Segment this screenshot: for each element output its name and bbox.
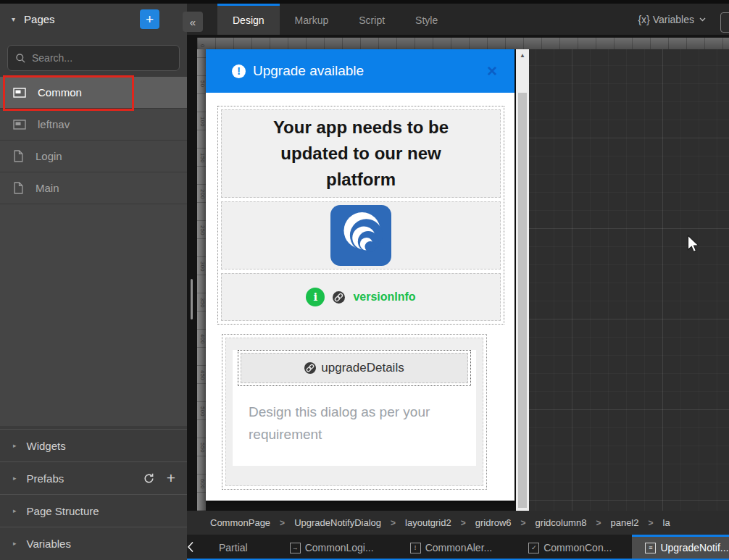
section-label: Prefabs <box>27 472 64 485</box>
upgrade-badge-icon: ! <box>232 64 246 78</box>
sidebar-section-variables[interactable]: ▸ Variables <box>0 527 187 559</box>
horizontal-ruler <box>197 38 729 49</box>
panel-inner: upgradeDetails Design this dialog as per… <box>225 338 483 486</box>
canvas-content: ! Upgrade available × Your app needs to … <box>206 49 729 511</box>
sidebar-section-page-structure[interactable]: ▸ Page Structure <box>0 494 187 527</box>
open-files-tabbar: Partial → CommonLogi... ! CommonAler... … <box>187 535 729 560</box>
panel-widget[interactable]: upgradeDetails Design this dialog as per… <box>222 334 487 490</box>
bottom-tab-commonalert[interactable]: ! CommonAler... <box>397 535 506 559</box>
breadcrumb-separator: > <box>391 518 396 528</box>
page-item-main[interactable]: Main <box>0 172 187 204</box>
tab-label: Markup <box>295 14 329 26</box>
sidebar-section-prefabs[interactable]: ▸ Prefabs + <box>0 461 187 494</box>
dialog-header[interactable]: ! Upgrade available × <box>206 49 515 93</box>
close-icon[interactable]: × <box>487 64 497 78</box>
sidebar-scrollbar-thumb[interactable] <box>191 279 193 319</box>
canvas-scrollbar-thumb[interactable] <box>518 93 527 508</box>
button-selection-outline: upgradeDetails <box>238 350 471 386</box>
page-item-leftnav[interactable]: leftnav <box>0 109 187 141</box>
tab-label: Style <box>415 14 438 26</box>
upgrade-details-button[interactable]: upgradeDetails <box>241 353 468 383</box>
sidebar-bottom-sections: ▸ Widgets ▸ Prefabs + ▸ Page Structure ▸… <box>0 429 187 559</box>
pages-panel-header[interactable]: ▾ Pages + <box>0 4 187 35</box>
tab-style[interactable]: Style <box>400 4 453 35</box>
scroll-up-icon[interactable]: ▲ <box>516 49 529 59</box>
bottom-tab-upgradenotify[interactable]: ≡ UpgradeNotif... <box>632 535 729 559</box>
breadcrumb-separator: > <box>461 518 466 528</box>
section-label: Widgets <box>27 440 66 452</box>
section-label: Page Structure <box>27 505 99 517</box>
breadcrumb-separator: > <box>596 518 601 528</box>
tab-design[interactable]: Design <box>217 4 280 35</box>
pages-list: Common leftnav Login <box>0 77 187 426</box>
version-info-widget[interactable]: i versionInfo <box>221 273 501 321</box>
breadcrumb-item[interactable]: la <box>663 517 670 528</box>
expand-caret-icon: ▸ <box>13 442 17 449</box>
bottom-tab-commonlogin[interactable]: → CommonLogi... <box>277 535 387 559</box>
heading-label-widget[interactable]: Your app needs to be updated to our new … <box>221 109 501 198</box>
login-dialog-icon: → <box>290 543 301 553</box>
page-icon <box>13 182 24 194</box>
layout-grid-widget[interactable]: Your app needs to be updated to our new … <box>217 106 504 325</box>
tab-markup[interactable]: Markup <box>280 4 344 35</box>
page-item-label: Login <box>36 150 62 162</box>
dialog-body: Your app needs to be updated to our new … <box>206 93 515 490</box>
bind-link-icon <box>304 362 316 374</box>
variables-dropdown-label: {x} Variables <box>638 14 694 25</box>
upgrade-notify-dialog[interactable]: ! Upgrade available × Your app needs to … <box>206 49 515 501</box>
alert-dialog-icon: ! <box>410 543 421 553</box>
pages-search-input[interactable] <box>32 52 162 64</box>
bottom-tab-commonconfirm[interactable]: ✓ CommonCon... <box>515 535 625 559</box>
section-label: Variables <box>27 538 71 550</box>
tabs-scroll-left-button[interactable] <box>187 535 194 559</box>
page-item-common[interactable]: Common <box>0 77 187 109</box>
bottom-tab-label: CommonAler... <box>425 542 493 553</box>
bottom-tab-label: CommonLogi... <box>305 542 374 553</box>
page-item-label: leftnav <box>38 118 70 130</box>
bottom-tab-partial[interactable]: Partial <box>200 535 267 559</box>
breadcrumb-item[interactable]: gridcolumn8 <box>536 517 587 528</box>
breadcrumb-item[interactable]: layoutgrid2 <box>405 517 451 528</box>
expand-caret-icon: ▸ <box>13 540 17 547</box>
sidebar-section-widgets[interactable]: ▸ Widgets <box>0 429 187 461</box>
breadcrumb-item[interactable]: UpgradeNotifyDialog <box>294 517 381 528</box>
variables-dropdown[interactable]: {x} Variables <box>638 4 706 35</box>
breadcrumb-item[interactable]: gridrow6 <box>475 517 512 528</box>
canvas-scrollbar[interactable]: ▲ <box>516 49 529 511</box>
editor-topbar: Design Markup Script Style {x} Variables <box>187 4 729 35</box>
breadcrumb-separator: > <box>521 518 526 528</box>
page-item-label: Main <box>36 182 59 194</box>
page-item-login[interactable]: Login <box>0 141 187 172</box>
breadcrumb-item[interactable]: CommonPage <box>210 517 270 528</box>
pages-search-box[interactable] <box>7 45 180 71</box>
design-dialog-icon: ≡ <box>645 543 656 553</box>
vertical-ruler: 050100150200250300350400450500550600 <box>197 49 206 511</box>
tab-label: Design <box>233 14 264 26</box>
breadcrumb-separator: > <box>648 518 653 528</box>
confirm-dialog-icon: ✓ <box>528 543 539 553</box>
design-canvas: 050100150200250300350400450500550600 ! U… <box>187 35 729 511</box>
bottom-tab-label: UpgradeNotif... <box>660 542 728 553</box>
dialog-placeholder-text: Design this dialog as per your requireme… <box>233 386 450 466</box>
panel-card: upgradeDetails Design this dialog as per… <box>233 350 476 466</box>
edge-partial-button[interactable] <box>720 12 729 33</box>
wavemaker-studio-window: ▾ Pages + Common <box>0 0 729 560</box>
bottom-tab-label: Partial <box>219 542 248 553</box>
bind-link-icon <box>333 291 345 304</box>
tab-script[interactable]: Script <box>343 4 400 35</box>
collapse-caret-icon: ▾ <box>12 15 15 23</box>
breadcrumb-item[interactable]: panel2 <box>610 517 638 528</box>
bottom-tab-label: CommonCon... <box>543 542 612 553</box>
add-prefab-icon[interactable]: + <box>167 469 175 487</box>
dialog-heading-text: Your app needs to be updated to our new … <box>245 114 477 193</box>
pages-panel-title: Pages <box>24 13 140 25</box>
pages-sidebar: ▾ Pages + Common <box>0 4 187 560</box>
expand-caret-icon: ▸ <box>13 475 17 482</box>
app-logo-widget[interactable] <box>221 201 501 269</box>
widget-breadcrumb: CommonPage > UpgradeNotifyDialog > layou… <box>187 511 729 535</box>
expand-caret-icon: ▸ <box>13 507 17 514</box>
collapse-sidebar-button[interactable]: « <box>183 12 203 32</box>
refresh-icon[interactable] <box>143 472 155 485</box>
breadcrumb-separator: > <box>280 518 285 528</box>
add-page-button[interactable]: + <box>140 9 159 29</box>
